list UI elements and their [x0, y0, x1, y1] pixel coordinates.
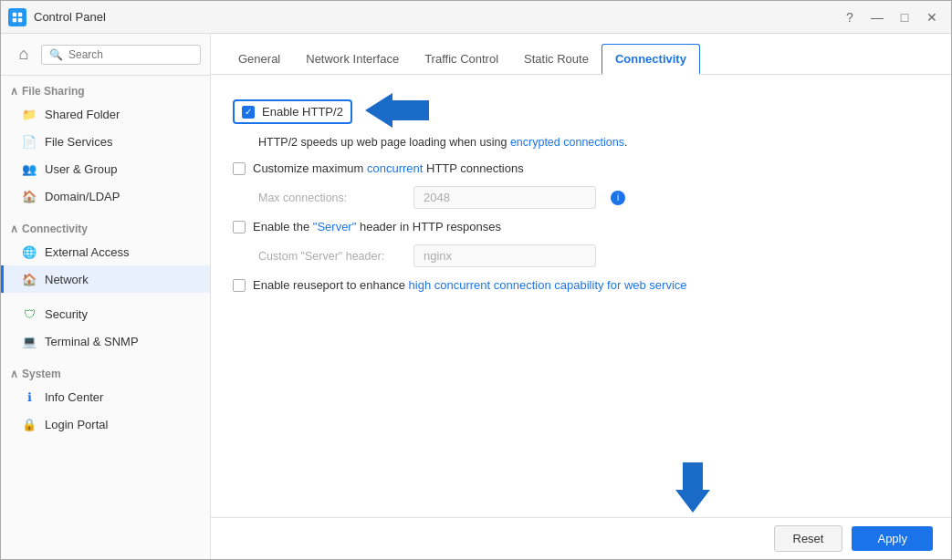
sidebar-item-domain-ldap[interactable]: 🏠 Domain/LDAP [1, 182, 210, 210]
section-system-header[interactable]: ∧ System [1, 362, 210, 383]
maximize-button[interactable]: □ [893, 7, 916, 27]
server-header-checkbox-wrap[interactable]: Enable the "Server" header in HTTP respo… [233, 220, 501, 233]
tab-network-interface[interactable]: Network Interface [293, 45, 412, 75]
sidebar-item-file-services[interactable]: 📄 File Services [1, 128, 210, 155]
sidebar-item-external-access[interactable]: 🌐 External Access [1, 238, 210, 265]
tab-static-route[interactable]: Static Route [511, 45, 602, 75]
section-connectivity: ∧ Connectivity 🌐 External Access 🏠 Netwo… [1, 213, 210, 296]
content-area: General Network Interface Traffic Contro… [211, 34, 951, 559]
chevron-down-icon: ∧ [10, 85, 18, 98]
external-access-icon: 🌐 [21, 244, 37, 260]
custom-server-label: Custom "Server" header: [258, 250, 404, 263]
sidebar-item-label: Domain/LDAP [45, 190, 120, 203]
customize-concurrent-checkbox[interactable] [233, 162, 246, 175]
sidebar-item-label: Network [45, 273, 89, 286]
reset-button[interactable]: Reset [774, 525, 843, 552]
info-button[interactable]: i [611, 191, 625, 205]
sidebar-item-terminal-snmp[interactable]: 💻 Terminal & SNMP [1, 327, 210, 355]
sidebar-item-info-center[interactable]: ℹ Info Center [1, 383, 210, 410]
section-system: ∧ System ℹ Info Center 🔒 Login Portal [1, 358, 210, 441]
main-window: Control Panel ? — □ ✕ ⌂ 🔍 ∧ File [0, 0, 952, 560]
reuseport-checkbox-wrap[interactable]: Enable reuseport to enhance high concurr… [233, 278, 687, 292]
reuseport-checkbox[interactable] [233, 279, 246, 292]
sidebar-item-label: Login Portal [45, 418, 108, 431]
panel-content: ✓ Enable HTTP/2 HTTP/2 speeds up web pag… [211, 75, 951, 517]
http2-description: HTTP/2 speeds up web page loading when u… [233, 136, 929, 149]
sidebar-top: ⌂ 🔍 [1, 34, 210, 76]
file-services-icon: 📄 [21, 133, 37, 150]
section-no-header: 🛡 Security 💻 Terminal & SNMP [1, 296, 210, 358]
domain-icon: 🏠 [21, 188, 37, 204]
sidebar-item-label: External Access [45, 245, 130, 259]
http2-checkbox[interactable]: ✓ [242, 106, 255, 119]
server-header-row: Enable the "Server" header in HTTP respo… [233, 220, 929, 233]
svg-marker-4 [365, 93, 429, 128]
http2-checkbox-highlight[interactable]: ✓ Enable HTTP/2 [233, 99, 352, 124]
apply-annotation-arrow [675, 462, 710, 515]
customize-concurrent-checkbox-wrap[interactable]: Customize maximum concurrent HTTP connec… [233, 161, 524, 175]
sidebar-item-label: Info Center [45, 390, 103, 404]
close-button[interactable]: ✕ [920, 7, 944, 27]
app-icon [8, 8, 26, 26]
section-file-sharing: ∧ File Sharing 📁 Shared Folder 📄 File Se… [1, 76, 210, 213]
max-connections-input[interactable] [413, 186, 596, 209]
annotation-arrow [365, 93, 429, 130]
search-input[interactable] [68, 48, 193, 61]
sidebar-item-label: File Services [45, 135, 112, 149]
http2-option-row: ✓ Enable HTTP/2 [233, 93, 929, 130]
sidebar-item-label: Security [45, 307, 88, 321]
sidebar-item-label: Terminal & SNMP [45, 335, 139, 348]
help-button[interactable]: ? [838, 7, 862, 27]
sidebar-item-label: Shared Folder [45, 108, 120, 121]
window-title: Control Panel [34, 10, 831, 24]
section-connectivity-header[interactable]: ∧ Connectivity [1, 217, 210, 238]
section-label: System [22, 368, 61, 380]
folder-icon: 📁 [21, 106, 37, 122]
svg-rect-3 [18, 17, 22, 21]
customize-concurrent-row: Customize maximum concurrent HTTP connec… [233, 161, 929, 175]
window-controls: ? — □ ✕ [838, 7, 944, 27]
svg-rect-2 [13, 17, 16, 21]
section-file-sharing-header[interactable]: ∧ File Sharing [1, 79, 210, 100]
reuseport-label: Enable reuseport to enhance high concurr… [253, 278, 687, 292]
tab-connectivity[interactable]: Connectivity [602, 44, 700, 75]
svg-rect-1 [18, 12, 22, 16]
max-connections-row: Max connections: i [233, 186, 929, 209]
server-header-label: Enable the "Server" header in HTTP respo… [253, 220, 501, 233]
sidebar-item-security[interactable]: 🛡 Security [1, 300, 210, 327]
svg-rect-0 [13, 12, 16, 16]
customize-concurrent-label: Customize maximum concurrent HTTP connec… [253, 161, 524, 175]
max-connections-label: Max connections: [258, 192, 404, 204]
http2-label: Enable HTTP/2 [262, 105, 343, 119]
sidebar-item-shared-folder[interactable]: 📁 Shared Folder [1, 100, 210, 128]
tab-general[interactable]: General [225, 45, 293, 75]
section-label: Connectivity [22, 223, 88, 235]
sidebar: ⌂ 🔍 ∧ File Sharing 📁 Shared Folder 📄 [1, 34, 211, 559]
search-icon: 🔍 [49, 48, 63, 61]
bottom-bar: Reset Apply [211, 517, 951, 559]
sidebar-item-user-group[interactable]: 👥 User & Group [1, 155, 210, 182]
home-button[interactable]: ⌂ [10, 41, 37, 68]
server-header-checkbox[interactable] [233, 221, 246, 233]
tab-traffic-control[interactable]: Traffic Control [412, 45, 511, 75]
tabs-bar: General Network Interface Traffic Contro… [211, 34, 951, 75]
custom-server-input[interactable] [413, 244, 596, 267]
info-icon: ℹ [21, 389, 37, 405]
sidebar-item-login-portal[interactable]: 🔒 Login Portal [1, 410, 210, 438]
main-layout: ⌂ 🔍 ∧ File Sharing 📁 Shared Folder 📄 [1, 34, 951, 559]
network-icon: 🏠 [21, 271, 37, 287]
title-bar: Control Panel ? — □ ✕ [1, 1, 951, 34]
section-label: File Sharing [22, 85, 85, 98]
minimize-button[interactable]: — [865, 7, 889, 27]
sidebar-item-network[interactable]: 🏠 Network [1, 265, 210, 293]
svg-marker-5 [675, 462, 710, 513]
search-box[interactable]: 🔍 [41, 45, 201, 65]
sidebar-item-label: User & Group [45, 162, 117, 176]
security-icon: 🛡 [21, 306, 37, 322]
chevron-down-icon: ∧ [10, 368, 18, 380]
login-icon: 🔒 [21, 416, 37, 432]
encrypted-link: encrypted connections [510, 136, 624, 149]
apply-button[interactable]: Apply [852, 526, 933, 551]
chevron-down-icon: ∧ [10, 223, 18, 235]
reuseport-row: Enable reuseport to enhance high concurr… [233, 278, 929, 292]
